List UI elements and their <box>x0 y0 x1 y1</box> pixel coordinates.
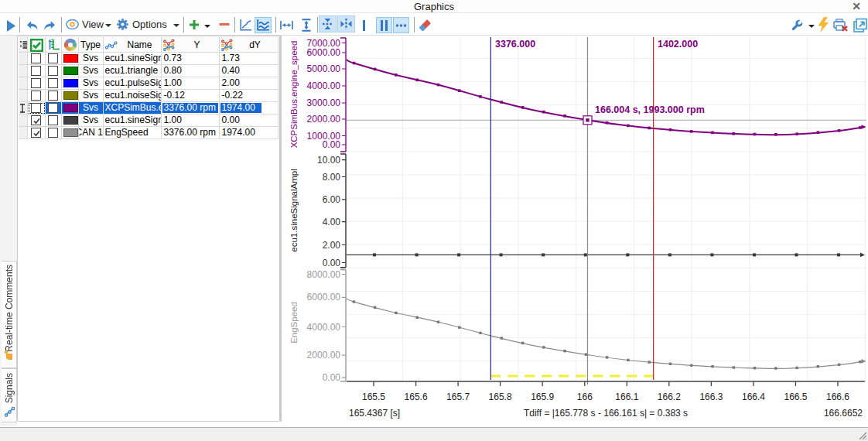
svg-text:10.00: 10.00 <box>317 155 340 166</box>
svg-text:6000.00: 6000.00 <box>307 292 341 303</box>
svg-text:EngSpeed: EngSpeed <box>289 302 299 344</box>
svg-text:5000.00: 5000.00 <box>307 63 341 74</box>
svg-text:0.00: 0.00 <box>323 258 341 268</box>
svg-text:4000.00: 4000.00 <box>307 80 341 91</box>
svg-text:166.004 s, 1993.000 rpm: 166.004 s, 1993.000 rpm <box>595 104 705 115</box>
svg-text:0.00: 0.00 <box>323 372 341 383</box>
svg-text:166.4: 166.4 <box>742 391 765 402</box>
svg-text:4000.00: 4000.00 <box>307 322 341 333</box>
svg-text:166.3: 166.3 <box>699 391 723 402</box>
svg-text:Tdiff = |165.778 s - 166.161 s: Tdiff = |165.778 s - 166.161 s| = 0.383 … <box>524 408 688 419</box>
svg-text:8000.00: 8000.00 <box>307 269 341 280</box>
svg-text:6.00: 6.00 <box>323 194 341 205</box>
svg-text:6000.00: 6000.00 <box>307 47 341 58</box>
svg-text:3376.000: 3376.000 <box>495 39 535 50</box>
svg-text:4.00: 4.00 <box>323 217 341 227</box>
svg-text:166.1: 166.1 <box>615 391 638 402</box>
svg-text:166.2: 166.2 <box>658 391 681 402</box>
svg-text:1402.000: 1402.000 <box>658 39 698 50</box>
svg-text:2000.00: 2000.00 <box>307 114 341 125</box>
svg-text:2000.00: 2000.00 <box>307 350 341 361</box>
svg-text:165.8: 165.8 <box>489 391 512 402</box>
svg-text:165.7: 165.7 <box>446 391 470 402</box>
svg-text:165.4367 [s]: 165.4367 [s] <box>349 408 400 419</box>
svg-text:XCPSimBus.engine_speed: XCPSimBus.engine_speed <box>289 41 299 149</box>
svg-text:8.00: 8.00 <box>323 172 341 183</box>
svg-text:166.6652: 166.6652 <box>824 408 863 419</box>
svg-text:2.00: 2.00 <box>323 240 341 251</box>
svg-text:166: 166 <box>577 391 593 402</box>
svg-text:165.5: 165.5 <box>362 391 385 402</box>
svg-text:166.6: 166.6 <box>826 391 849 402</box>
svg-text:165.6: 165.6 <box>405 391 428 402</box>
svg-text:165.9: 165.9 <box>531 391 554 402</box>
svg-text:166.5: 166.5 <box>784 391 807 402</box>
svg-text:3000.00: 3000.00 <box>307 97 341 108</box>
svg-text:0.00: 0.00 <box>323 139 341 150</box>
svg-text:ecu1.sineSignalAmpl: ecu1.sineSignalAmpl <box>289 169 299 251</box>
